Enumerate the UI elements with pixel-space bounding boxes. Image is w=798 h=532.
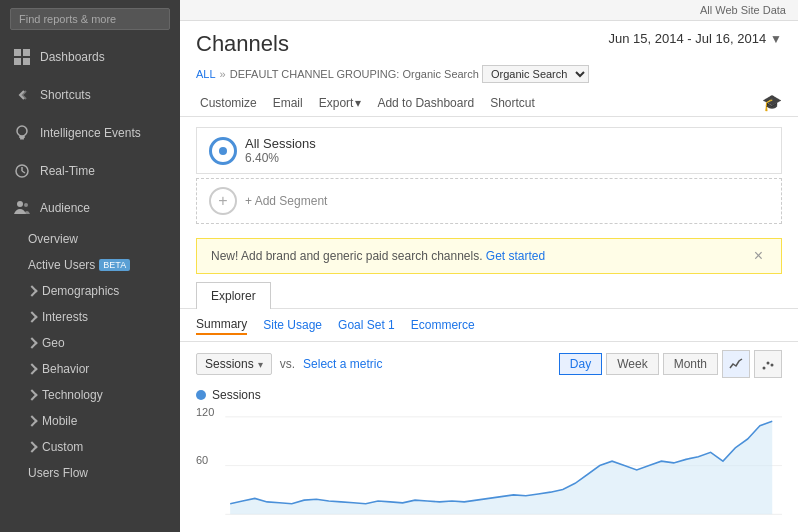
time-btn-month[interactable]: Month (663, 353, 718, 375)
top-bar: All Web Site Data (180, 0, 798, 21)
help-icon[interactable]: 🎓 (762, 93, 782, 112)
export-label: Export (319, 96, 354, 110)
segment-circle-inner (219, 147, 227, 155)
breadcrumb: ALL » DEFAULT CHANNEL GROUPING: Organic … (180, 63, 798, 89)
sidebar-sub-technology[interactable]: Technology (0, 382, 180, 408)
sidebar-item-shortcuts[interactable]: Shortcuts (0, 76, 180, 114)
tab-explorer[interactable]: Explorer (196, 282, 271, 309)
export-button[interactable]: Export ▾ (315, 94, 366, 112)
beta-badge: BETA (99, 259, 130, 271)
dot-chart-type-btn[interactable] (754, 350, 782, 378)
sidebar-item-audience[interactable]: Audience (0, 190, 180, 226)
vs-label: vs. (280, 357, 295, 371)
sidebar-sub-geo[interactable]: Geo (0, 330, 180, 356)
time-btn-week[interactable]: Week (606, 353, 658, 375)
interests-label: Interests (42, 310, 88, 324)
svg-rect-1 (23, 49, 30, 56)
sidebar-sub-mobile[interactable]: Mobile (0, 408, 180, 434)
sidebar-sub-overview-label: Overview (28, 232, 78, 246)
all-sessions-segment: All Sessions 6.40% (196, 127, 782, 174)
chart-controls: Sessions ▾ vs. Select a metric Day Week … (180, 342, 798, 386)
channel-grouping-select[interactable]: Organic Search (482, 65, 589, 83)
geo-label: Geo (42, 336, 65, 350)
sidebar-item-realtime-label: Real-Time (40, 164, 95, 178)
sub-tab-summary[interactable]: Summary (196, 315, 247, 335)
svg-point-13 (767, 362, 770, 365)
breadcrumb-filter: DEFAULT CHANNEL GROUPING: Organic Search… (230, 65, 589, 83)
svg-rect-5 (19, 136, 25, 138)
breadcrumb-separator: » (220, 68, 226, 80)
sidebar: Dashboards Shortcuts Intelligence Events (0, 0, 180, 532)
get-started-link[interactable]: Get started (486, 249, 545, 263)
back-icon (12, 85, 32, 105)
behavior-arrow-icon (26, 363, 37, 374)
add-to-dashboard-button[interactable]: Add to Dashboard (373, 94, 478, 112)
svg-rect-6 (20, 138, 24, 140)
sidebar-item-intelligence-label: Intelligence Events (40, 126, 141, 140)
search-input[interactable] (10, 8, 170, 30)
chart-wrapper: 120 60 (180, 406, 798, 532)
dot-chart-icon (761, 357, 775, 371)
add-segment-button[interactable]: + + Add Segment (196, 178, 782, 224)
email-button[interactable]: Email (269, 94, 307, 112)
sidebar-sub-demographics[interactable]: Demographics (0, 278, 180, 304)
notification-close-button[interactable]: × (750, 247, 767, 265)
select-metric-link[interactable]: Select a metric (303, 357, 382, 371)
segment-info: All Sessions 6.40% (245, 136, 316, 165)
svg-point-4 (17, 126, 27, 136)
chart-controls-right: Day Week Month (559, 350, 782, 378)
segment-name: All Sessions (245, 136, 316, 151)
sessions-chart (196, 406, 782, 532)
sidebar-item-dashboards[interactable]: Dashboards (0, 38, 180, 76)
line-chart-type-btn[interactable] (722, 350, 750, 378)
sidebar-sub-custom[interactable]: Custom (0, 434, 180, 460)
active-users-label: Active Users (28, 258, 95, 272)
legend-dot (196, 390, 206, 400)
sub-tab-ecommerce[interactable]: Ecommerce (411, 316, 475, 334)
notification-text: New! Add brand and generic paid search c… (211, 249, 545, 263)
date-range[interactable]: Jun 15, 2014 - Jul 16, 2014 ▼ (609, 31, 782, 46)
metric-select-dropdown[interactable]: Sessions ▾ (196, 353, 272, 375)
date-range-text: Jun 15, 2014 - Jul 16, 2014 (609, 31, 767, 46)
behavior-label: Behavior (42, 362, 89, 376)
sub-tab-goal-set-1[interactable]: Goal Set 1 (338, 316, 395, 334)
sidebar-sub-behavior[interactable]: Behavior (0, 356, 180, 382)
svg-point-11 (24, 203, 28, 207)
customize-button[interactable]: Customize (196, 94, 261, 112)
y-axis-label-120: 120 (196, 406, 214, 418)
users-flow-label: Users Flow (28, 466, 88, 480)
geo-arrow-icon (26, 337, 37, 348)
grid-icon (12, 47, 32, 67)
date-range-arrow-icon: ▼ (770, 32, 782, 46)
y-axis-label-60: 60 (196, 454, 208, 466)
technology-arrow-icon (26, 389, 37, 400)
sidebar-item-intelligence[interactable]: Intelligence Events (0, 114, 180, 152)
sidebar-sub-users-flow[interactable]: Users Flow (0, 460, 180, 486)
page-title: Channels (196, 31, 289, 57)
interests-arrow-icon (26, 311, 37, 322)
svg-rect-2 (14, 58, 21, 65)
mobile-label: Mobile (42, 414, 77, 428)
svg-point-12 (763, 367, 766, 370)
sidebar-item-realtime[interactable]: Real-Time (0, 152, 180, 190)
notification-message: New! Add brand and generic paid search c… (211, 249, 483, 263)
notification-banner: New! Add brand and generic paid search c… (196, 238, 782, 274)
explorer-tabs-container: Explorer (180, 282, 798, 309)
shortcut-button[interactable]: Shortcut (486, 94, 539, 112)
svg-point-10 (17, 201, 23, 207)
breadcrumb-all-link[interactable]: ALL (196, 68, 216, 80)
sidebar-sub-interests[interactable]: Interests (0, 304, 180, 330)
breadcrumb-filter-text: DEFAULT CHANNEL GROUPING: Organic Search (230, 68, 479, 80)
custom-label: Custom (42, 440, 83, 454)
segments-area: All Sessions 6.40% + + Add Segment (180, 117, 798, 234)
add-segment-circle: + (209, 187, 237, 215)
time-btn-day[interactable]: Day (559, 353, 602, 375)
sidebar-sub-overview[interactable]: Overview (0, 226, 180, 252)
sub-tab-site-usage[interactable]: Site Usage (263, 316, 322, 334)
technology-label: Technology (42, 388, 103, 402)
chart-legend: Sessions (180, 386, 798, 406)
metric-select-label: Sessions (205, 357, 254, 371)
demographics-arrow-icon (26, 285, 37, 296)
custom-arrow-icon (26, 441, 37, 452)
sidebar-sub-active-users[interactable]: Active Users BETA (0, 252, 180, 278)
